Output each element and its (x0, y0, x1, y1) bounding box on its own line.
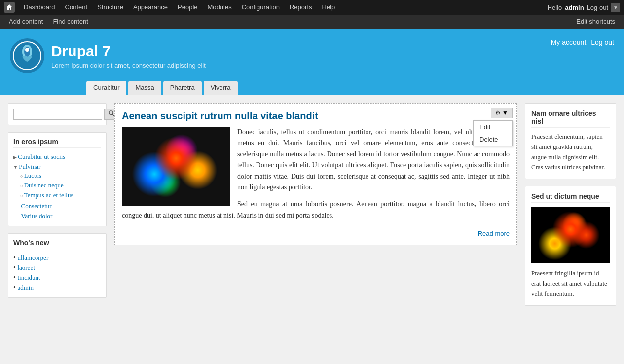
main-content: In eros ipsum Curabitur ut sociis Pulvin… (0, 95, 624, 364)
list-item: Varius dolor (13, 211, 101, 221)
my-account-link[interactable]: My account (551, 38, 587, 46)
home-icon[interactable] (4, 2, 15, 13)
toolbar-logout[interactable]: Log out (587, 4, 608, 11)
right-fireworks-image (531, 207, 610, 263)
list-item: Tempus ac et tellus (20, 190, 101, 200)
article-body: Donec iaculis, tellus ut condimentum por… (122, 127, 510, 227)
site-logo[interactable] (10, 38, 44, 73)
sidebar-item-varius[interactable]: Varius dolor (21, 212, 53, 219)
logo-area: Drupal 7 Lorem ipsum dolor sit amet, con… (10, 38, 206, 73)
gear-delete-link[interactable]: Delete (474, 133, 512, 146)
in-eros-block: In eros ipsum Curabitur ut sociis Pulvin… (8, 132, 107, 226)
nav-tab-curabitur[interactable]: Curabitur (86, 81, 126, 95)
list-item: Consectetur (13, 201, 101, 211)
fireworks-image (122, 127, 230, 206)
sidebar-item-duis[interactable]: Duis nec neque (24, 182, 64, 189)
toolbar-reports[interactable]: Reports (285, 0, 317, 15)
site-header: Drupal 7 Lorem ipsum dolor sit amet, con… (0, 29, 624, 73)
right-block-1: Nam ornare ultrices nisl Praesent elemen… (525, 103, 616, 179)
article-title: Aenean suscipit rutrum nulla vitae bland… (122, 110, 510, 122)
nav-tab-massa[interactable]: Massa (128, 81, 161, 95)
gear-button[interactable]: ⚙ ▼ (491, 108, 513, 118)
right-block-2: Sed ut dictum neque Praesent fringilla i… (525, 186, 616, 305)
admin-toolbar: Dashboard Content Structure Appearance P… (0, 0, 624, 15)
gear-menu: ⚙ ▼ Edit Delete (491, 108, 513, 118)
right-block-1-text: Praesent elementum, sapien sit amet grav… (531, 132, 610, 173)
sidebar-item-tempus[interactable]: Tempus ac et tellus (24, 191, 73, 199)
toolbar-nav: Dashboard Content Structure Appearance P… (19, 0, 548, 15)
sidebar-item-curabitur[interactable]: Curabitur ut sociis (18, 153, 65, 160)
user-ullamcorper[interactable]: ullamcorper (17, 254, 48, 261)
toolbar-structure[interactable]: Structure (92, 0, 128, 15)
right-block-2-title: Sed ut dictum neque (531, 192, 610, 203)
gear-edit-link[interactable]: Edit (474, 121, 512, 133)
list-item: Luctus (20, 171, 101, 181)
list-item: Duis nec neque (20, 181, 101, 190)
list-item: tincidunt (13, 273, 101, 283)
header-logout-link[interactable]: Log out (591, 38, 614, 46)
svg-point-4 (109, 111, 113, 115)
add-content-link[interactable]: Add content (4, 15, 48, 29)
list-item: admin (13, 283, 101, 292)
sidebar-item-pulvinar[interactable]: Pulvinar (19, 163, 40, 170)
svg-point-3 (25, 48, 29, 52)
content-area: ⚙ ▼ Edit Delete Aenean suscipit rutrum n… (114, 103, 517, 364)
sidebar-item-consectetur[interactable]: Consectetur (21, 202, 52, 210)
right-block-1-title: Nam ornare ultrices nisl (531, 109, 610, 128)
site-slogan: Lorem ipsum dolor sit amet, consectetur … (51, 62, 206, 69)
sidebar: In eros ipsum Curabitur ut sociis Pulvin… (8, 103, 107, 364)
article-block: ⚙ ▼ Edit Delete Aenean suscipit rutrum n… (114, 103, 517, 245)
nav-tab-pharetra[interactable]: Pharetra (163, 81, 202, 95)
secondary-toolbar: Add content Find content Edit shortcuts (0, 15, 624, 29)
user-tincidunt[interactable]: tincidunt (17, 274, 40, 281)
list-item: laoreet (13, 263, 101, 273)
list-item: Pulvinar Luctus Duis nec neque Tempus ac… (13, 162, 101, 201)
nav-tab-viverra[interactable]: Viverra (204, 81, 238, 95)
toolbar-user-area: Hello admin Log out ▼ (548, 3, 620, 12)
toolbar-people[interactable]: People (173, 0, 202, 15)
gear-dropdown: Edit Delete (473, 120, 513, 146)
user-laoreet[interactable]: laoreet (17, 264, 35, 271)
main-navigation: Curabitur Massa Pharetra Viverra (0, 73, 624, 95)
whos-new-block: Who's new ullamcorper laoreet tincidunt … (8, 233, 107, 298)
right-sidebar: Nam ornare ultrices nisl Praesent elemen… (525, 103, 616, 364)
hello-text: Hello (548, 4, 562, 11)
search-block (8, 103, 107, 125)
read-more-wrap: Read more (122, 227, 510, 238)
expand-icon (13, 153, 18, 160)
user-admin[interactable]: admin (17, 284, 34, 291)
toolbar-dashboard[interactable]: Dashboard (19, 0, 60, 15)
whos-new-title: Who's new (13, 239, 101, 249)
find-content-link[interactable]: Find content (48, 15, 93, 29)
sidebar-item-luctus[interactable]: Luctus (24, 172, 41, 179)
search-input[interactable] (13, 109, 102, 120)
edit-shortcuts-link[interactable]: Edit shortcuts (571, 15, 620, 29)
list-item: Curabitur ut sociis (13, 152, 101, 162)
site-name: Drupal 7 (51, 43, 206, 60)
search-form (13, 109, 101, 120)
admin-username: admin (565, 4, 584, 11)
list-item: ullamcorper (13, 253, 101, 263)
toolbar-appearance[interactable]: Appearance (128, 0, 173, 15)
in-eros-title: In eros ipsum (13, 138, 101, 148)
toolbar-configuration[interactable]: Configuration (237, 0, 285, 15)
header-user-links: My account Log out (551, 38, 614, 46)
toolbar-content[interactable]: Content (60, 0, 93, 15)
read-more-link[interactable]: Read more (478, 230, 510, 237)
svg-line-5 (112, 114, 114, 116)
article-image (122, 127, 230, 206)
right-block-2-text: Praesent fringilla ipsum id erat laoreet… (531, 268, 610, 299)
toolbar-help[interactable]: Help (317, 0, 340, 15)
collapse-icon (13, 163, 19, 170)
toolbar-dropdown-button[interactable]: ▼ (611, 3, 620, 12)
toolbar-modules[interactable]: Modules (203, 0, 237, 15)
site-name-slogan: Drupal 7 Lorem ipsum dolor sit amet, con… (51, 43, 206, 69)
